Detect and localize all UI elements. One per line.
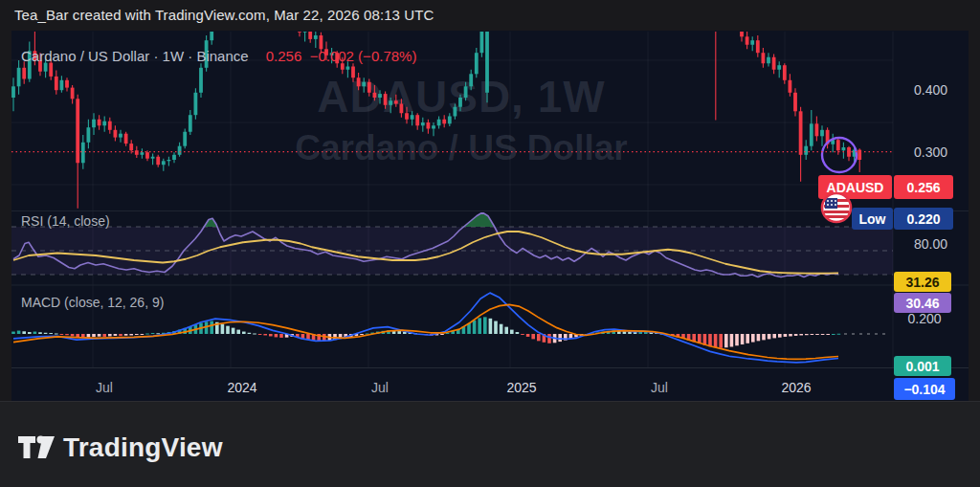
time-axis-label[interactable]: 2024 (227, 380, 256, 395)
macd-histogram-bar (49, 333, 53, 334)
candle-body (76, 99, 79, 163)
candle-body (65, 80, 69, 88)
candle-body (55, 77, 58, 90)
candle-body (98, 120, 101, 126)
candle-body (432, 125, 435, 128)
rsi-value-badge: 30.46 (894, 293, 951, 313)
macd-histogram-bar (279, 334, 283, 338)
macd-histogram-bar (473, 321, 477, 334)
macd-histogram-bar (494, 321, 498, 334)
last-price-and-change: 0.256 −0.002 (−0.78%) (266, 48, 417, 64)
candle-body (746, 36, 749, 44)
candle-body (108, 122, 112, 130)
macd-histogram-bar (397, 331, 401, 334)
macd-signal-line (13, 304, 838, 359)
time-axis-label[interactable]: Jul (651, 380, 668, 395)
candle-body (469, 74, 473, 86)
macd-histogram-bar (275, 334, 278, 337)
macd-histogram-bar (837, 334, 841, 335)
macd-indicator-title[interactable]: MACD (close, 12, 26, 9) (21, 295, 164, 310)
candle-body (135, 150, 139, 155)
macd-histogram-bar (768, 334, 771, 339)
symbol-header[interactable]: Cardano / US Dollar · 1W · Binance 0.256… (21, 48, 416, 64)
macd-histogram-bar (735, 334, 739, 345)
macd-histogram-bar (17, 331, 21, 334)
macd-histogram-bar (811, 334, 814, 335)
candle-body (189, 115, 192, 132)
candle-body (346, 67, 350, 70)
candle-body (156, 157, 160, 165)
candle-body (373, 93, 377, 98)
candle-body (740, 31, 744, 36)
macd-histogram-bar (135, 334, 139, 335)
candle-body (368, 82, 371, 93)
candle-body (458, 98, 462, 107)
footer-brand-bar: TradingView (0, 401, 980, 487)
candle-body (389, 100, 392, 105)
chart-panel[interactable]: ADAUSD, 1W Cardano / US Dollar Cardano /… (11, 31, 969, 401)
macd-histogram-bar (65, 334, 69, 335)
macd-histogram-bar (531, 334, 535, 339)
candle-body (357, 77, 361, 86)
macd-histogram-bar (821, 334, 825, 335)
tradingview-wordmark[interactable]: TradingView (63, 432, 223, 463)
macd-scale-label-clipped: 0.200 (896, 311, 953, 324)
candle-body (804, 146, 808, 155)
macd-histogram-bar (258, 334, 262, 335)
candle-body (810, 123, 813, 145)
macd-histogram-bar (71, 334, 75, 336)
macd-histogram-bar (253, 334, 256, 335)
candle-body (750, 40, 754, 45)
candle-body (308, 31, 312, 39)
candle-body (167, 160, 171, 161)
macd-histogram-bar (708, 334, 712, 346)
macd-histogram-bar (558, 334, 562, 342)
candle-body (464, 86, 468, 98)
us-flag-event-icon[interactable] (820, 191, 853, 224)
time-axis-label[interactable]: Jul (96, 380, 113, 395)
macd-histogram-bar (478, 318, 481, 334)
macd-histogram-bar (156, 333, 160, 334)
candle-body (114, 130, 118, 138)
rsi-indicator-title[interactable]: RSI (14, close) (21, 213, 110, 229)
macd-histogram-bar (210, 321, 213, 334)
macd-histogram-bar (794, 334, 798, 336)
candle-body (49, 63, 53, 77)
macd-histogram-bar (724, 334, 728, 347)
macd-histogram-bar (129, 334, 133, 335)
macd-histogram-bar (114, 334, 118, 336)
macd-histogram-bar (33, 332, 37, 334)
macd-histogram-bar (92, 334, 96, 337)
candle-body (178, 146, 182, 155)
candle-body (172, 155, 176, 160)
macd-line-value-badge: −0.104 (894, 378, 955, 400)
macd-histogram-bar (526, 334, 530, 337)
macd-histogram-bar (119, 334, 122, 336)
macd-histogram-bar (151, 333, 155, 334)
candle-body (480, 31, 484, 53)
scale-label: 0.400 (861, 82, 957, 98)
macd-histogram-bar (516, 332, 520, 334)
macd-histogram-bar (221, 324, 225, 334)
time-axis-label[interactable]: 2026 (781, 380, 811, 395)
macd-histogram-bar (719, 334, 723, 348)
candle-body (437, 120, 441, 126)
macd-histogram-bar (124, 334, 128, 336)
candle-body (194, 93, 198, 115)
candle-body (836, 140, 840, 150)
candle-body (454, 107, 457, 117)
symbol-title[interactable]: Cardano / US Dollar · 1W · Binance (21, 48, 249, 64)
macd-histogram-bar (784, 334, 788, 337)
macd-histogram-bar (248, 333, 252, 334)
macd-histogram-bar (746, 334, 749, 343)
candle-body (199, 68, 203, 93)
tradingview-logo-icon[interactable] (17, 432, 56, 464)
time-axis-label[interactable]: 2025 (506, 380, 536, 395)
candle-body (92, 120, 96, 127)
macd-histogram-bar (145, 334, 149, 335)
macd-histogram-bar (714, 334, 718, 347)
macd-histogram-bar (263, 334, 267, 335)
macd-histogram-bar (762, 334, 766, 340)
macd-histogram-bar (360, 334, 364, 335)
time-axis-label[interactable]: Jul (371, 380, 389, 395)
